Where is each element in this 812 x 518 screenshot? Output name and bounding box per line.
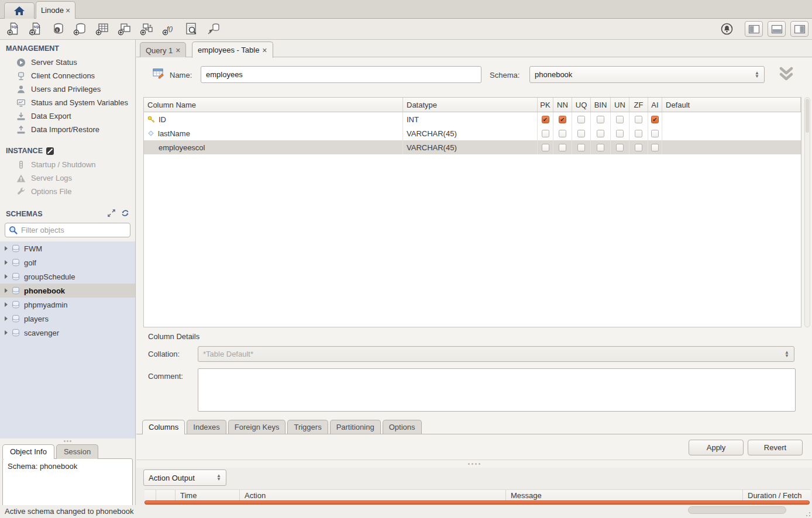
schema-select[interactable]: phonebook ▲▼ [529,66,765,83]
toggle-right-panel-button[interactable] [790,21,808,37]
schema-item-scavenger[interactable]: scavenger [0,326,135,340]
inspect-database-icon[interactable]: i [50,22,66,36]
grid-header-nn[interactable]: NN [553,98,572,112]
expander-triangle-icon[interactable] [5,274,8,279]
flag-cell-un[interactable]: ✔ [611,140,629,154]
flag-cell-pk[interactable]: ✔ [538,140,553,154]
flag-cell-uq[interactable]: ✔ [572,126,591,140]
sidebar-item-startup-shutdown[interactable]: Startup / Shutdown [0,158,135,171]
tab-indexes[interactable]: Indexes [187,420,226,434]
checkbox-unchecked-icon[interactable]: ✔ [635,116,642,123]
sidebar-splitter-handle[interactable] [0,438,135,443]
connection-tab[interactable]: Linode × [36,1,75,19]
checkbox-unchecked-icon[interactable]: ✔ [559,130,566,137]
checkbox-unchecked-icon[interactable]: ✔ [616,144,624,151]
grid-header-default[interactable]: Default [662,98,801,112]
column-name-cell[interactable]: lastName [144,126,403,140]
tab-columns[interactable]: Columns [142,420,185,434]
checkbox-checked-icon[interactable]: ✔ [651,116,659,123]
grid-header-column-name[interactable]: Column Name [144,98,403,112]
sidebar-item-client-connections[interactable]: Client Connections [0,69,135,82]
grid-row-lastname[interactable]: lastNameVARCHAR(45)✔✔✔✔✔✔✔ [144,126,801,140]
grid-header-datatype[interactable]: Datatype [403,98,538,112]
close-icon[interactable]: × [66,7,70,14]
flag-cell-ai[interactable]: ✔ [648,126,662,140]
checkbox-unchecked-icon[interactable]: ✔ [542,130,549,137]
expander-triangle-icon[interactable] [5,316,8,321]
create-table-icon[interactable] [95,22,110,36]
tab-session[interactable]: Session [56,444,98,459]
apply-button[interactable]: Apply [689,440,744,455]
flag-cell-uq[interactable]: ✔ [572,140,591,154]
checkbox-unchecked-icon[interactable]: ✔ [597,116,604,123]
expand-schemas-icon[interactable] [108,209,115,217]
checkbox-unchecked-icon[interactable]: ✔ [651,130,659,137]
comment-textarea[interactable] [198,368,796,412]
schema-item-phpmyadmin[interactable]: phpmyadmin [0,298,135,312]
checkbox-unchecked-icon[interactable]: ✔ [577,116,585,123]
datatype-cell[interactable]: VARCHAR(45) [403,140,538,154]
notifications-icon[interactable] [721,23,733,35]
refresh-schemas-icon[interactable] [121,209,129,217]
schema-item-groupschedule[interactable]: groupSchedule [0,270,135,284]
window-resize-grip[interactable] [802,508,810,516]
output-splitter-handle[interactable] [136,460,812,467]
flag-cell-ai[interactable]: ✔ [648,140,662,154]
editor-tab-employees-table[interactable]: employees - Table× [192,42,273,58]
checkbox-unchecked-icon[interactable]: ✔ [577,130,585,137]
schema-filter-input[interactable] [21,226,126,234]
checkbox-unchecked-icon[interactable]: ✔ [616,116,624,123]
grid-header-pk[interactable]: PK [538,98,553,112]
grid-header-un[interactable]: UN [611,98,629,112]
checkbox-unchecked-icon[interactable]: ✔ [542,144,549,151]
checkbox-checked-icon[interactable]: ✔ [559,116,566,123]
search-table-data-icon[interactable] [184,22,199,36]
output-selector[interactable]: Action Output ▲▼ [143,469,226,486]
tab-triggers[interactable]: Triggers [287,420,328,434]
checkbox-unchecked-icon[interactable]: ✔ [597,144,604,151]
tab-object-info[interactable]: Object Info [2,444,54,459]
table-name-input[interactable] [201,66,481,83]
expander-triangle-icon[interactable] [5,302,8,307]
tab-partitioning[interactable]: Partitioning [330,420,381,434]
expander-triangle-icon[interactable] [5,246,8,251]
flag-cell-ai[interactable]: ✔ [648,112,662,126]
checkbox-unchecked-icon[interactable]: ✔ [635,130,642,137]
expand-form-chevron-icon[interactable] [777,67,795,82]
close-icon[interactable]: × [262,47,267,54]
reconnect-dbms-icon[interactable] [206,22,221,36]
schema-item-players[interactable]: players [0,312,135,326]
create-function-icon[interactable]: f() [161,22,177,36]
checkbox-unchecked-icon[interactable]: ✔ [559,144,566,151]
flag-cell-bin[interactable]: ✔ [591,112,611,126]
tab-options[interactable]: Options [383,420,422,434]
default-cell[interactable] [662,126,801,140]
flag-cell-uq[interactable]: ✔ [572,112,591,126]
sidebar-item-data-export[interactable]: Data Export [0,109,135,123]
sidebar-item-server-logs[interactable]: Server Logs [0,171,135,185]
window-scrollbar-thumb[interactable] [688,506,786,514]
close-icon[interactable]: × [176,47,180,54]
flag-cell-nn[interactable]: ✔ [553,112,572,126]
flag-cell-nn[interactable]: ✔ [553,126,572,140]
schema-item-fwm[interactable]: FWM [0,241,135,255]
grid-vertical-scrollbar[interactable] [804,97,810,327]
checkbox-unchecked-icon[interactable]: ✔ [577,144,585,151]
checkbox-unchecked-icon[interactable]: ✔ [597,130,604,137]
flag-cell-zf[interactable]: ✔ [629,140,648,154]
create-view-icon[interactable] [117,22,132,36]
schema-item-golf[interactable]: golf [0,255,135,270]
flag-cell-nn[interactable]: ✔ [553,140,572,154]
grid-header-uq[interactable]: UQ [572,98,591,112]
flag-cell-un[interactable]: ✔ [611,112,629,126]
revert-button[interactable]: Revert [748,440,803,455]
checkbox-checked-icon[interactable]: ✔ [542,116,549,123]
checkbox-unchecked-icon[interactable]: ✔ [635,144,642,151]
schema-item-phonebook[interactable]: phonebook [0,284,135,298]
sidebar-item-options-file[interactable]: Options File [0,185,135,198]
grid-header-zf[interactable]: ZF [629,98,648,112]
flag-cell-zf[interactable]: ✔ [629,112,648,126]
expander-triangle-icon[interactable] [5,288,8,293]
flag-cell-pk[interactable]: ✔ [538,112,553,126]
action-output-horizontal-scrollbar[interactable] [144,500,810,505]
